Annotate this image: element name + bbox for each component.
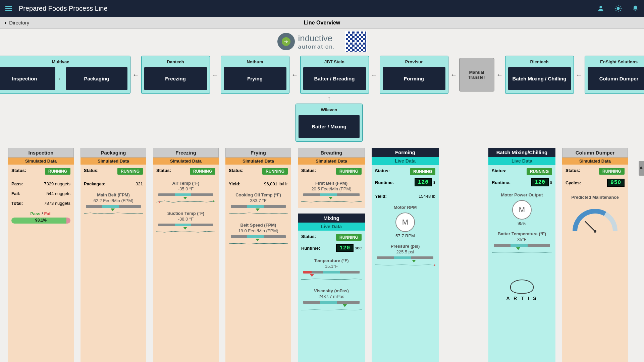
arrow-left-icon: ← (212, 71, 219, 79)
app-title: Prepared Foods Process Line (19, 5, 108, 12)
arrow-left-icon: ← (576, 71, 583, 79)
gear-icon (277, 33, 295, 50)
panel-breading: Breading Simulated Data Status:RUNNING F… (298, 148, 365, 208)
breadcrumb-directory[interactable]: Directory (9, 20, 29, 25)
flow-provisur: Provisur Forming (380, 56, 448, 94)
status-badge: RUNNING (45, 168, 70, 175)
suction-temp-slider (158, 224, 213, 226)
arrow-left-icon: ← (291, 71, 298, 79)
svg-line-6 (616, 6, 616, 7)
svg-line-13 (585, 221, 595, 231)
panel-batch-mixing: Batch Mixing/Chilling Live Data Status:R… (488, 148, 555, 362)
flow-step-packaging[interactable]: Packaging (66, 67, 127, 90)
flow-step-frying[interactable]: Frying (224, 67, 286, 90)
belt-slider (86, 205, 141, 208)
sparkline (375, 261, 435, 268)
spacer (445, 148, 482, 362)
maintenance-gauge (568, 204, 622, 235)
flow-ensight: EnSight Solutions Column Dumper (585, 56, 644, 94)
status-badge: RUNNING (117, 168, 143, 175)
panel-packaging: Packaging Simulated Data Status:RUNNING … (80, 148, 146, 362)
pressure-slider (377, 256, 433, 259)
flow-blentech: Blentech Batch Mixing / Chilling (505, 56, 574, 94)
panels-row: Inspection Simulated Data Status:RUNNING… (0, 142, 644, 362)
air-temp-slider (158, 193, 213, 196)
panel-freezing: Freezing Simulated Data Status:RUNNING A… (153, 148, 219, 362)
motor-icon: M (512, 200, 532, 220)
flow-wilevco: Wilevco Batter / Mixing (296, 104, 363, 142)
status-badge: RUNNING (410, 168, 435, 175)
back-icon[interactable]: ‹ (5, 20, 6, 26)
runtime-display: 120 (415, 178, 432, 186)
bell-icon[interactable] (632, 5, 639, 12)
svg-line-9 (620, 6, 621, 7)
arrow-left-icon: ← (450, 71, 457, 79)
svg-point-10 (159, 201, 160, 203)
panel-mixing: Mixing Live Data Status:RUNNING Runtime:… (298, 214, 365, 362)
process-flow: Multivac Inspection ← Packaging ← Dantec… (0, 56, 644, 94)
user-icon[interactable] (597, 5, 604, 12)
arrow-left-icon: ← (371, 71, 378, 79)
flow-step-batter-breading[interactable]: Batter / Breading (303, 67, 366, 90)
belt-speed-slider (231, 235, 286, 238)
svg-line-8 (616, 10, 616, 11)
panel-breading-mixing: Breading Simulated Data Status:RUNNING F… (298, 148, 365, 362)
flow-multivac: Multivac Inspection ← Packaging (0, 56, 130, 94)
panel-column-dumper: Column Dumper Simulated Data Status:RUNN… (562, 148, 628, 362)
runtime-display: 120 (531, 178, 549, 186)
arrow-up-icon: ↑ (14, 95, 644, 102)
flow-step-column-dumper[interactable]: Column Dumper (588, 67, 644, 90)
pass-fail-bar: 93.1% (11, 218, 70, 224)
panel-inspection: Inspection Simulated Data Status:RUNNING… (8, 148, 74, 362)
arrow-left-icon: ← (496, 71, 503, 79)
inductive-automation-logo: inductive automation. (277, 33, 335, 50)
page-title: Line Overview (304, 20, 340, 26)
svg-point-14 (594, 230, 596, 233)
breadcrumb-bar: ‹ Directory Line Overview (0, 17, 644, 29)
cloud-icon (510, 280, 534, 294)
panel-frying: Frying Simulated Data Status:RUNNING Yie… (225, 148, 291, 362)
svg-line-7 (620, 10, 621, 11)
runtime-display: 120 (336, 244, 354, 252)
mix-temp-slider (303, 271, 360, 274)
side-notification-tab[interactable] (639, 161, 644, 176)
sparkline (301, 306, 362, 313)
cycles-display: 950 (607, 179, 625, 187)
status-badge: RUNNING (599, 168, 625, 175)
flow-dantech: Dantech Freezing (141, 56, 210, 94)
flow-nothum: Nothum Frying (221, 56, 289, 94)
status-badge: RUNNING (262, 168, 288, 175)
artis-logo: A R T I S (492, 280, 552, 301)
flow-jbt: JBT Stein Batter / Breading (300, 56, 369, 94)
flow-step-batter-mixing[interactable]: Batter / Mixing (299, 115, 360, 138)
flow-step-freezing[interactable]: Freezing (144, 67, 207, 90)
svg-point-11 (213, 200, 214, 202)
arrow-left-icon: ← (132, 71, 139, 79)
app-topbar: Prepared Foods Process Line (0, 0, 644, 17)
flow-step-batch-mixing[interactable]: Batch Mixing / Chilling (508, 67, 571, 90)
topbar-actions (597, 5, 639, 12)
status-badge: RUNNING (190, 168, 215, 175)
flow-step-forming[interactable]: Forming (383, 67, 445, 90)
svg-point-1 (616, 7, 620, 10)
status-badge: RUNNING (336, 168, 362, 175)
oil-temp-slider (231, 205, 286, 208)
panel-forming: Forming Live Data Status:RUNNING Runtime… (372, 148, 439, 362)
flow-branch: Wilevco Batter / Mixing (14, 104, 644, 142)
svg-point-12 (434, 264, 435, 266)
status-badge: RUNNING (336, 234, 362, 241)
arrow-left-icon: ← (57, 75, 64, 82)
svg-point-0 (599, 6, 602, 8)
menu-icon[interactable] (5, 5, 12, 12)
motor-icon: M (395, 213, 415, 232)
qr-code (345, 31, 367, 52)
status-badge: RUNNING (527, 168, 552, 175)
viscosity-slider (303, 301, 360, 304)
first-belt-slider (303, 193, 360, 196)
flow-manual-transfer: Manual Transfer (459, 58, 494, 92)
sparkline (492, 249, 552, 256)
batter-temp-slider (494, 244, 550, 247)
theme-icon[interactable] (614, 5, 622, 12)
flow-step-inspection[interactable]: Inspection (0, 67, 55, 90)
logo-row: inductive automation. (0, 29, 644, 54)
